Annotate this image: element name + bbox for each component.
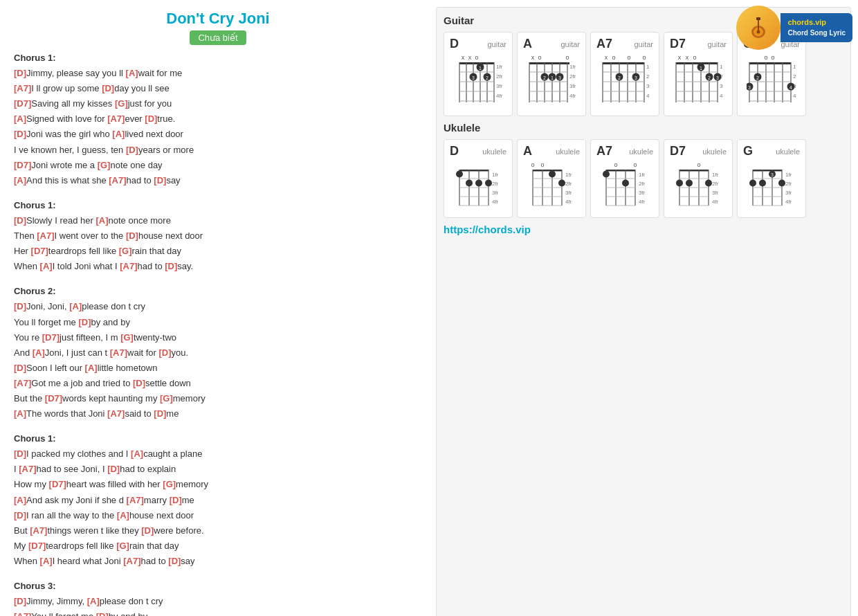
chord-token[interactable]: [A] [131,449,143,459]
chord-token[interactable]: [A] [69,301,82,311]
chord-token[interactable]: [D] [14,301,26,311]
chord-token[interactable]: [G] [116,541,129,551]
lyric-text: had to [141,556,169,566]
chord-token[interactable]: [D7] [14,160,31,170]
lyric-text: teardrops fell like [48,246,119,256]
chord-token[interactable]: [A] [117,510,129,520]
chord-token[interactable]: [D7] [14,98,31,109]
lyric-line: But [A7]things weren t like they [D]were… [14,523,422,538]
chord-token[interactable]: [D] [168,556,181,566]
chord-token[interactable]: [A7] [14,83,31,93]
chord-token[interactable]: [D] [78,317,91,327]
chord-token[interactable]: [D] [14,596,26,606]
chord-name: D [450,144,459,158]
chord-token[interactable]: [A7] [107,408,125,419]
guitar-chord-card-d[interactable]: D guitar x x o 1fr 2fr 3fr 4fr 1 2 3 [444,32,513,116]
lyric-text: When [14,261,40,271]
svg-text:1: 1 [700,66,702,71]
chord-token[interactable]: [A] [112,129,125,139]
chord-token[interactable]: [G] [119,246,132,256]
lyric-line: Her [D7]teardrops fell like [G]rain that… [14,244,422,259]
chord-token[interactable]: [D] [165,261,177,271]
chord-token[interactable]: [A] [85,363,98,373]
chord-token[interactable]: [G] [115,98,128,109]
chord-token[interactable]: [A] [14,114,26,124]
chord-token[interactable]: [A7] [19,464,36,474]
guitar-chord-card-d7[interactable]: D7 guitar x x o 1fr 2fr 3fr 4fr 1 2 3 [664,32,733,116]
svg-text:3fr: 3fr [492,190,499,196]
chord-token[interactable]: [A] [40,261,53,271]
lyric-line: [A]And ask my Joni if she d [A7]marry [D… [14,493,422,508]
guitar-chord-card-a7[interactable]: A7 guitar x o o o 1fr 2fr 3fr 4fr 2 3 [590,32,659,116]
chord-token[interactable]: [A7] [127,495,144,505]
chord-token[interactable]: [A7] [120,261,137,271]
chord-token[interactable]: [A7] [107,114,125,124]
chord-token[interactable]: [D] [14,129,26,139]
lyric-text: said to [125,408,154,419]
svg-text:2: 2 [756,75,759,80]
chord-token[interactable]: [D] [14,510,26,520]
svg-text:4fr: 4fr [492,199,499,205]
chord-token[interactable]: [A] [33,347,45,358]
chord-token[interactable]: [D] [133,378,145,388]
chord-token[interactable]: [D] [14,363,26,373]
svg-text:2fr: 2fr [496,73,503,80]
chord-token[interactable]: [D] [126,145,138,155]
chord-token[interactable]: [D7] [28,541,46,551]
svg-text:3fr: 3fr [712,190,719,196]
lyric-text: Slowly I read her [26,215,95,226]
site-url-right[interactable]: https://chords.vip [444,224,843,235]
chord-token[interactable]: [D] [154,175,166,185]
chord-token[interactable]: [A7] [110,347,127,358]
chord-token[interactable]: [A7] [14,611,31,616]
ukulele-chord-card-a[interactable]: A ukulele oo1fr2fr3fr4fr [517,139,586,218]
chord-token[interactable]: [A] [87,596,100,606]
ukulele-chord-card-g[interactable]: G ukulele 1fr2fr3fr4fr3 [737,139,806,218]
ukulele-chord-card-d[interactable]: D ukulele 1fr2fr3fr4fr [444,139,513,218]
chord-token[interactable]: [A] [40,556,53,566]
chord-token[interactable]: [D7] [31,246,48,256]
ukulele-chord-card-a7[interactable]: A7 ukulele oo1fr2fr3fr4fr [590,139,659,218]
chord-token[interactable]: [D] [96,611,109,616]
chord-token[interactable]: [A7] [109,175,126,185]
chord-token[interactable]: [G] [98,160,111,170]
lyric-text: rain that day [129,541,179,551]
chord-token[interactable]: [A] [95,215,108,226]
chord-token[interactable]: [D] [14,215,26,226]
chord-type-label: ukulele [702,147,727,156]
chord-token[interactable]: [D] [159,347,172,358]
chord-token[interactable]: [D] [102,83,114,93]
chord-token[interactable]: [D] [14,68,26,78]
svg-point-140 [475,180,482,187]
chord-token[interactable]: [D7] [49,479,66,489]
guitar-chord-card-a[interactable]: A guitar x o o 1fr 2fr 3fr 4fr 2 1 3 [517,32,586,116]
chord-token[interactable]: [G] [120,332,134,343]
svg-point-6 [762,28,763,30]
chord-token[interactable]: [A7] [37,230,54,241]
chord-token[interactable]: [D] [170,495,182,505]
ukulele-chord-card-d7[interactable]: D7 ukulele o1fr2fr3fr4fr [664,139,733,218]
chord-token[interactable]: [D] [126,230,138,241]
chord-token[interactable]: [A7] [123,556,140,566]
level-badge[interactable]: Chưa biết [190,30,246,45]
chord-token[interactable]: [A] [126,68,138,78]
lyric-text: I ll grow up some [31,83,102,93]
chord-token[interactable]: [D] [154,408,166,419]
svg-text:2fr: 2fr [785,181,792,187]
chord-token[interactable]: [D] [145,114,157,124]
chord-token[interactable]: [D] [141,525,154,536]
chord-token[interactable]: [D] [107,464,120,474]
chord-token[interactable]: [A] [14,408,26,419]
chord-token[interactable]: [A] [14,175,26,185]
chord-token[interactable]: [A] [14,495,26,505]
chord-token[interactable]: [A7] [14,378,31,388]
lyric-text: ever [125,114,145,124]
chord-token[interactable]: [D] [14,449,26,459]
chord-token[interactable]: [D7] [45,393,62,404]
svg-text:2fr: 2fr [569,73,576,80]
chord-token[interactable]: [A7] [30,525,47,536]
chord-token[interactable]: [D7] [42,332,60,343]
chord-token[interactable]: [G] [163,479,176,489]
chord-token[interactable]: [G] [160,393,173,404]
lyric-text: wait for [127,347,159,358]
